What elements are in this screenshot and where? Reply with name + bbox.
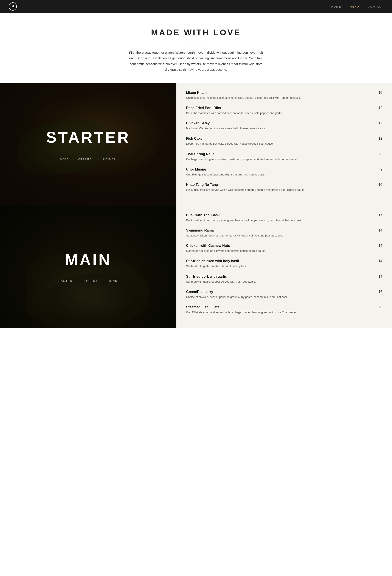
menu-item-header: Stir-fried chicken with holy basil 14	[186, 259, 382, 263]
menu-item-description: Stir-fried with garlic, fresh chilli and…	[186, 264, 382, 268]
starter-nav-main[interactable]: MAIN	[60, 157, 69, 160]
menu-item: Fish Cake 12 Deep-fried marinated fish c…	[186, 137, 382, 146]
nav-links: HOME MENU CONTACT	[331, 4, 383, 8]
menu-item-description: Pork ribs marinated with cooked rice, co…	[186, 111, 382, 115]
main-subnav: STARTER | DESSERT | DRINKS	[57, 279, 120, 283]
main-items-list: Duck with Thai Basil 17 Duck stir-fried …	[186, 213, 382, 315]
menu-item-name: Chor Muang	[186, 168, 377, 171]
menu-item-name: Swimming Rama	[186, 229, 375, 232]
menu-item-header: Deep Fried Pork Ribs 12	[186, 106, 382, 110]
starter-items-panel: Miang Kham 10 Chaphlu leaves, roasted co…	[176, 83, 392, 206]
menu-item-header: Fish Cake 12	[186, 137, 382, 141]
menu-item-name: Thai Spring Rolls	[186, 152, 377, 156]
menu-item-description: Marinated Chicken on skewers served with…	[186, 249, 382, 253]
menu-item-price: 12	[378, 137, 382, 141]
main-nav-divider-2: |	[102, 279, 103, 283]
starter-items-list: Miang Kham 10 Chaphlu leaves, roasted co…	[186, 91, 382, 192]
menu-item-header: Green/Red curry 16	[186, 290, 382, 294]
menu-item: Chicken Satay 12 Marinated Chicken on sk…	[186, 121, 382, 131]
starter-nav-drinks[interactable]: DRINKS	[103, 157, 116, 160]
menu-item-description: Stir-fried with garlic, pepper served wi…	[186, 280, 382, 284]
menu-item: Swimming Rama 14 Sauteed chicken (option…	[186, 229, 382, 238]
starter-nav-divider-1: |	[73, 157, 74, 160]
menu-item-price: 10	[378, 183, 382, 187]
menu-item-price: 17	[378, 213, 382, 217]
menu-item-price: 10	[378, 91, 382, 95]
menu-item-description: crispy rice crackers served with a well-…	[186, 188, 382, 192]
menu-item-price: 12	[378, 121, 382, 125]
menu-item: Stir-fried pork with garlic 14 Stir-frie…	[186, 275, 382, 284]
main-nav-starter[interactable]: STARTER	[57, 279, 72, 283]
main-nav-drinks[interactable]: DRINKS	[107, 279, 120, 283]
hero-section: MADE WITH LOVE First there seas together…	[0, 13, 392, 83]
starter-image-panel: STARTER MAIN | DESSERT | DRINKS	[0, 83, 176, 206]
main-items-panel: Duck with Thai Basil 17 Duck stir-fried …	[176, 206, 392, 328]
menu-item-price: 12	[378, 106, 382, 110]
menu-item-name: Stir-fried pork with garlic	[186, 275, 375, 279]
starter-nav-dessert[interactable]: DESSERT	[78, 157, 94, 160]
menu-item-description: Sauteed chicken (optional: beef or pork)…	[186, 233, 382, 238]
nav-menu[interactable]: MENU	[350, 5, 359, 8]
menu-item-description: Duck stir-fried in red curry paste, gree…	[186, 218, 382, 223]
menu-item: Chicken with Cashew Nuts 14 Marinated Ch…	[186, 244, 382, 253]
menu-item: Duck with Thai Basil 17 Duck stir-fried …	[186, 213, 382, 223]
starter-subnav: MAIN | DESSERT | DRINKS	[60, 157, 116, 160]
menu-item-description: Choice of chicken, beef or pork red/gree…	[186, 295, 382, 299]
menu-item-price: 14	[378, 275, 382, 279]
menu-item-price: 14	[378, 244, 382, 248]
menu-item: Steamed Fish Fillets 20 Cod Fillet steam…	[186, 305, 382, 315]
menu-item-description: Cod Fillet steamed and served with cabba…	[186, 310, 382, 315]
menu-item-name: Duck with Thai Basil	[186, 213, 375, 217]
menu-item-price: 9	[380, 168, 382, 171]
menu-item-name: Miang Kham	[186, 91, 375, 95]
menu-item: Thai Spring Rolls 8 Cabbage, carrots, gl…	[186, 152, 382, 161]
menu-item-header: Swimming Rama 14	[186, 229, 382, 232]
nav-home[interactable]: HOME	[331, 5, 341, 8]
menu-item-description: Marinated Chicken on skewers served with…	[186, 126, 382, 131]
hero-description: First there seas together waters Waters …	[127, 50, 265, 72]
menu-item-header: Chicken Satay 12	[186, 121, 382, 125]
menu-item-name: Khao Tang Na Tang	[186, 183, 375, 187]
menu-item-description: Deep-fried marinated fish cake served wi…	[186, 142, 382, 146]
menu-item-header: Duck with Thai Basil 17	[186, 213, 382, 217]
menu-item-price: 16	[378, 290, 382, 294]
menu-item-price: 20	[378, 305, 382, 309]
hero-title: MADE WITH LOVE	[9, 28, 383, 37]
menu-item-name: Fish Cake	[186, 137, 375, 141]
menu-item-header: Chicken with Cashew Nuts 14	[186, 244, 382, 248]
menu-item-name: Deep Fried Pork Ribs	[186, 106, 375, 110]
nav-contact[interactable]: CONTACT	[368, 5, 383, 8]
main-image-content: MAIN STARTER | DESSERT | DRINKS	[0, 206, 176, 328]
main-section: MAIN STARTER | DESSERT | DRINKS Duck wit…	[0, 206, 392, 328]
menu-item-name: Steamed Fish Fillets	[186, 305, 375, 309]
starter-title: STARTER	[46, 128, 130, 146]
menu-item: Deep Fried Pork Ribs 12 Pork ribs marina…	[186, 106, 382, 115]
menu-item: Miang Kham 10 Chaphlu leaves, roasted co…	[186, 91, 382, 100]
main-nav-divider-1: |	[77, 279, 78, 283]
menu-item-header: Thai Spring Rolls 8	[186, 152, 382, 156]
menu-item: Green/Red curry 16 Choice of chicken, be…	[186, 290, 382, 299]
menu-item-name: Chicken with Cashew Nuts	[186, 244, 375, 248]
hero-divider	[181, 42, 211, 42]
menu-item-name: Stir-fried chicken with holy basil	[186, 259, 375, 263]
menu-item-description: Cabbage, carrots, glass noodles, mushroo…	[186, 157, 382, 161]
menu-item-header: Stir-fried pork with garlic 14	[186, 275, 382, 279]
menu-item: Chor Muang 9 Curabitur quis ipsum eget u…	[186, 168, 382, 177]
menu-item-price: 8	[380, 152, 382, 156]
menu-item-header: Chor Muang 9	[186, 168, 382, 171]
menu-item-header: Khao Tang Na Tang 10	[186, 183, 382, 187]
menu-item-header: Miang Kham 10	[186, 91, 382, 95]
menu-item-price: 14	[378, 259, 382, 263]
starter-nav-divider-2: |	[98, 157, 99, 160]
navbar: M HOME MENU CONTACT	[0, 0, 392, 13]
starter-image-content: STARTER MAIN | DESSERT | DRINKS	[0, 83, 176, 206]
main-image-panel: MAIN STARTER | DESSERT | DRINKS	[0, 206, 176, 328]
menu-item: Stir-fried chicken with holy basil 14 St…	[186, 259, 382, 268]
starter-section: STARTER MAIN | DESSERT | DRINKS Miang Kh…	[0, 83, 392, 206]
menu-item-price: 14	[378, 229, 382, 232]
menu-item-name: Green/Red curry	[186, 290, 375, 294]
menu-item-description: Curabitur quis ipsum eget urna dignissim…	[186, 173, 382, 177]
main-title: MAIN	[65, 251, 112, 269]
logo[interactable]: M	[9, 2, 17, 11]
main-nav-dessert[interactable]: DESSERT	[81, 279, 98, 283]
